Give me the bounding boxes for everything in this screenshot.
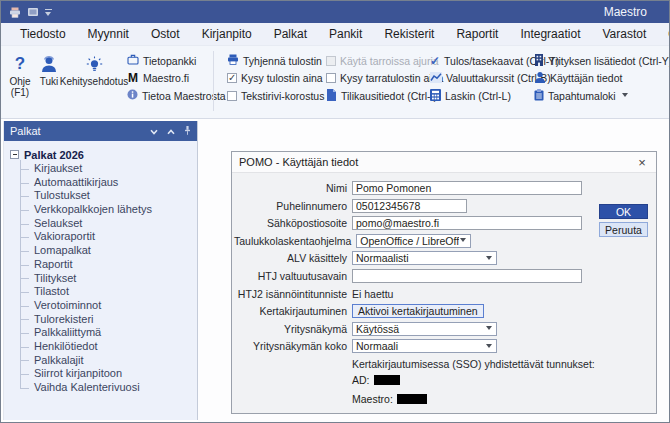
tree-item-automaattikirjaus[interactable]: Automaattikirjaus	[10, 176, 197, 190]
help-button[interactable]: Ohje (F1)	[5, 49, 35, 98]
chevron-down-icon	[485, 326, 493, 331]
tree-item-vakioraportit[interactable]: Vakioraportit	[10, 230, 197, 244]
lightbulb-icon	[86, 52, 103, 76]
tab-pankit[interactable]: Pankit	[318, 23, 373, 45]
checkbox-checked-icon	[227, 73, 237, 83]
option-use-label-driver: Käytä tarroissa ajuria	[326, 52, 430, 70]
cancel-button[interactable]: Peruuta	[599, 222, 648, 237]
spreadsheet-select[interactable]: OpenOffice / LibreOffice	[356, 234, 471, 248]
ribbon: Ohje (F1) Tuki Kehitysehdotus Tietopankk…	[1, 46, 669, 119]
currency-rates-button[interactable]: Valuuttakurssit (Ctrl-B)	[430, 70, 534, 88]
tree-item-siirrot-kirjanpitoon[interactable]: Siirrot kirjanpitoon	[10, 367, 197, 381]
field-row-spreadsheet: Taulukkolaskentaohjelma OpenOffice / Lib…	[234, 234, 648, 248]
tree-item-verkkopalkkojen-lahetys[interactable]: Verkkopalkkojen lähetys	[10, 203, 197, 217]
htj2-id-label: HTJ2 isännöintitunniste	[234, 288, 347, 300]
tree-root-palkat-2026[interactable]: Palkat 2026	[10, 147, 197, 162]
tree-item-tulorekisteri[interactable]: Tulorekisteri	[10, 313, 197, 327]
field-row-vat: ALV käsittely Normaalisti	[234, 251, 648, 265]
company-view-size-label: Yritysnäkymän koko	[234, 340, 347, 352]
quick-access-toolbar	[9, 7, 52, 18]
about-maestro-link[interactable]: Tietoa Maestrosta	[127, 87, 217, 105]
ad-label: AD:	[352, 374, 370, 386]
company-view-size-select[interactable]: Normaali	[352, 339, 497, 353]
printer-icon[interactable]	[9, 7, 21, 18]
tree-item-palkkaliittyma[interactable]: Palkkaliittymä	[10, 326, 197, 340]
company-view-select[interactable]: Käytössä	[352, 322, 497, 336]
maestro-label: Maestro:	[352, 393, 393, 405]
tab-rekisterit[interactable]: Rekisterit	[373, 23, 445, 45]
close-icon[interactable]	[635, 155, 649, 170]
company-view-label: Yritysnäkymä	[234, 323, 347, 335]
option-ask-printer-always[interactable]: Kysy tulostin aina	[227, 70, 326, 88]
user-info-dialog: POMO - Käyttäjän tiedot OK Peruuta Nimi …	[231, 151, 657, 414]
tab-ostot[interactable]: Ostot	[140, 23, 191, 45]
dialog-title: POMO - Käyttäjän tiedot	[239, 156, 635, 168]
maestro-fi-link[interactable]: Maestro.fi	[127, 70, 217, 88]
fiscal-year-info-button[interactable]: Tilikausitiedot (Ctrl-I)	[326, 87, 430, 105]
chevron-down-icon	[485, 344, 493, 349]
ok-button[interactable]: OK	[599, 204, 648, 219]
panel-collapse-chevron-down-icon[interactable]	[150, 125, 158, 137]
tab-myynnit[interactable]: Myynnit	[77, 23, 140, 45]
tree-item-raportit[interactable]: Raportit	[10, 258, 197, 272]
tree-item-tulostukset[interactable]: Tulostukset	[10, 189, 197, 203]
info-icon	[127, 89, 138, 102]
maestro-app-window: Maestro Tiedosto Myynnit Ostot Kirjanpit…	[0, 0, 670, 423]
calculator-button[interactable]: Laskin (Ctrl-L)	[430, 87, 534, 105]
toolbar-options-chevron-icon[interactable]	[45, 8, 52, 16]
option-ask-label-printer-always[interactable]: Kysy tarratulostin aina	[326, 70, 430, 88]
panel-pin-icon[interactable]	[184, 125, 191, 137]
tree-item-henkilotiedot[interactable]: Henkilötiedot	[10, 340, 197, 354]
question-icon	[15, 52, 25, 76]
income-balance-formulas-button[interactable]: Tulos/tasekaavat (Ctrl-T)	[430, 52, 534, 70]
htj-authorization-key-input[interactable]	[352, 269, 582, 283]
calculator-icon	[430, 89, 441, 103]
company-extra-info-button[interactable]: Yrityksen lisätiedot (Ctrl-Y)	[534, 52, 666, 70]
email-input[interactable]	[352, 216, 582, 230]
tree-item-selaukset[interactable]: Selaukset	[10, 217, 197, 231]
tree-item-palkkalajit[interactable]: Palkkalajit	[10, 354, 197, 368]
sso-ad-row: AD:	[352, 374, 648, 386]
sso-label: Kertakirjautuminen	[234, 305, 347, 317]
ribbon-group-divider	[213, 51, 214, 111]
field-row-company-view: Yritysnäkymä Käytössä	[234, 322, 648, 336]
activate-sso-button[interactable]: Aktivoi kertakirjautuminen	[352, 304, 484, 318]
option-text-row-highlight[interactable]: Tekstirivi-korostus	[227, 87, 326, 105]
chevron-down-icon	[459, 238, 467, 243]
user-icon	[534, 71, 546, 85]
tab-tiedosto[interactable]: Tiedosto	[9, 23, 77, 45]
panel-expand-chevron-up-icon[interactable]	[167, 125, 175, 137]
tree-item-tilitykset[interactable]: Tilitykset	[10, 272, 197, 286]
phone-input[interactable]	[352, 199, 467, 213]
tab-raportit[interactable]: Raportit	[445, 23, 509, 45]
titlebar: Maestro	[1, 1, 669, 23]
tab-varastot[interactable]: Varastot	[591, 23, 657, 45]
tree-item-verotoiminnot[interactable]: Verotoiminnot	[10, 299, 197, 313]
tree-item-vaihda-kalenterivuosi[interactable]: Vaihda Kalenterivuosi	[10, 381, 197, 395]
tab-ohje[interactable]: Ohje	[657, 23, 670, 45]
tree-item-tilastot[interactable]: Tilastot	[10, 285, 197, 299]
clear-printer-button[interactable]: Tyhjennä tulostin	[227, 52, 326, 70]
tab-integraatiot[interactable]: Integraatiot	[509, 23, 591, 45]
sso-maestro-row: Maestro:	[352, 393, 648, 405]
feature-suggestion-button[interactable]: Kehitysehdotus	[63, 49, 125, 87]
tab-palkat[interactable]: Palkat	[263, 23, 318, 45]
printer-icon	[227, 54, 239, 67]
vat-handling-select[interactable]: Normaalisti	[352, 251, 497, 265]
tab-kirjanpito[interactable]: Kirjanpito	[191, 23, 263, 45]
print-preview-icon[interactable]	[27, 7, 39, 18]
name-input[interactable]	[352, 181, 582, 195]
field-row-company-view-size: Yritysnäkymän koko Normaali	[234, 339, 648, 353]
knowledge-base-link[interactable]: Tietopankki	[127, 52, 217, 70]
checkmark-icon	[430, 54, 440, 68]
tree-item-lomapalkat[interactable]: Lomapalkat	[10, 244, 197, 258]
user-info-button[interactable]: Käyttäjän tiedot	[534, 70, 666, 88]
chevron-down-icon	[485, 256, 493, 261]
collapse-expander-icon[interactable]	[10, 150, 19, 159]
support-button[interactable]: Tuki	[35, 49, 63, 87]
side-panel-title: Palkat	[10, 125, 150, 137]
tree-item-kirjaukset[interactable]: Kirjaukset	[10, 162, 197, 176]
chart-icon	[430, 72, 442, 85]
event-log-button[interactable]: Tapahtumaloki	[534, 87, 666, 105]
maestro-m-icon	[127, 71, 139, 85]
